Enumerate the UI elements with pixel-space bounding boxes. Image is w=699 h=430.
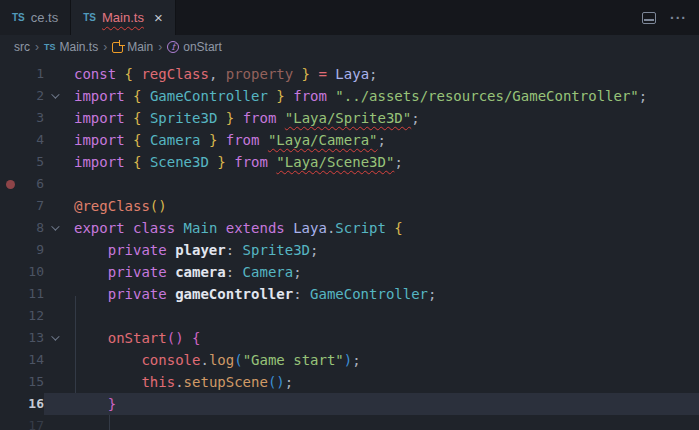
code-token: export [74, 220, 133, 236]
code-token: player [175, 242, 226, 258]
code-token: ; [411, 110, 419, 126]
more-actions-icon[interactable]: ··· [670, 10, 687, 26]
gutter[interactable]: 16 [0, 393, 64, 415]
code-editor[interactable]: 1const { regClass, property } = Laya;2im… [0, 59, 699, 430]
gutter[interactable]: 12 [0, 305, 64, 327]
gutter[interactable]: 8 [0, 217, 64, 239]
gutter[interactable]: 2 [0, 85, 64, 107]
code-line[interactable]: 10 private camera: Camera; [0, 261, 699, 283]
code-line[interactable]: 11 private gameController: GameControlle… [0, 283, 699, 305]
code-token [285, 88, 293, 104]
code-line[interactable]: 9 private player: Sprite3D; [0, 239, 699, 261]
line-number: 12 [20, 305, 44, 327]
code-text: import { Sprite3D } from "Laya/Sprite3D"… [64, 107, 699, 129]
code-token: GameController [310, 286, 428, 302]
gutter[interactable]: 3 [0, 107, 64, 129]
code-token: : [226, 264, 243, 280]
code-line[interactable]: 16 } [0, 393, 699, 415]
code-token [226, 154, 234, 170]
code-text: import { Scene3D } from "Laya/Scene3D"; [64, 151, 699, 173]
gutter[interactable]: 1 [0, 63, 64, 85]
code-token: { [192, 330, 200, 346]
code-token: Laya [335, 66, 369, 82]
code-token [234, 110, 242, 126]
code-text: private gameController: GameController; [64, 283, 699, 305]
close-icon[interactable]: × [154, 10, 163, 25]
breakpoint-icon[interactable] [0, 180, 20, 189]
editor-actions: ··· [642, 0, 699, 35]
gutter[interactable]: 11 [0, 283, 64, 305]
code-line[interactable]: 8export class Main extends Laya.Script { [0, 217, 699, 239]
typescript-file-icon: TS [12, 12, 25, 23]
typescript-file-icon: TS [44, 42, 56, 52]
gutter[interactable]: 10 [0, 261, 64, 283]
code-token: from [234, 154, 276, 170]
tab-main-ts[interactable]: TS Main.ts × [71, 0, 175, 35]
code-line[interactable]: 12 [0, 305, 699, 327]
code-token: ) [344, 352, 352, 368]
gutter[interactable]: 6 [0, 173, 64, 195]
code-line[interactable]: 1const { regClass, property } = Laya; [0, 63, 699, 85]
code-token: "Laya/Scene3D" [276, 154, 394, 170]
gutter[interactable]: 13 [0, 327, 64, 349]
code-token: ; [394, 154, 402, 170]
code-token: () [268, 374, 285, 390]
gutter[interactable]: 5 [0, 151, 64, 173]
code-token: setupScene [184, 374, 268, 390]
code-token: import [74, 154, 133, 170]
code-token: extends [226, 220, 293, 236]
gutter[interactable]: 17 [0, 415, 64, 430]
code-token: this [141, 374, 175, 390]
gutter[interactable]: 15 [0, 371, 64, 393]
code-line[interactable]: 17 [0, 415, 699, 430]
split-editor-icon[interactable] [642, 12, 656, 24]
line-number: 1 [20, 63, 44, 85]
code-line[interactable]: 3import { Sprite3D } from "Laya/Sprite3D… [0, 107, 699, 129]
code-token: Sprite3D [243, 242, 310, 258]
breadcrumb-item-method[interactable]: f onStart [167, 40, 222, 54]
code-token: } [217, 154, 225, 170]
code-token: () [150, 198, 167, 214]
code-text: this.setupScene(); [64, 371, 699, 393]
chevron-right-icon: › [35, 40, 39, 54]
gutter[interactable]: 14 [0, 349, 64, 371]
gutter[interactable]: 7 [0, 195, 64, 217]
code-token: ; [369, 66, 377, 82]
code-line[interactable]: 13 onStart() { [0, 327, 699, 349]
code-token: Camera [150, 132, 201, 148]
line-number: 5 [20, 151, 44, 173]
code-line[interactable]: 4import { Camera } from "Laya/Camera"; [0, 129, 699, 151]
code-token: ; [428, 286, 436, 302]
code-token: onStart [108, 330, 167, 346]
code-line[interactable]: 14 console.log("Game start"); [0, 349, 699, 371]
code-token: ; [639, 88, 647, 104]
code-line[interactable]: 7@regClass() [0, 195, 699, 217]
code-text [64, 173, 699, 195]
breadcrumb: src › TS Main.ts › Main › f onStart [0, 35, 699, 59]
breadcrumb-item-file[interactable]: TS Main.ts [44, 40, 98, 54]
code-token [184, 330, 192, 346]
code-text: } [64, 393, 699, 415]
fold-chevron-icon[interactable] [44, 217, 64, 239]
code-token: "Laya/Camera" [268, 132, 378, 148]
code-token [200, 132, 208, 148]
breadcrumb-label: Main.ts [60, 40, 99, 54]
line-number: 11 [20, 283, 44, 305]
code-token [74, 396, 108, 412]
tab-ce-ts[interactable]: TS ce.ts [0, 0, 71, 35]
code-line[interactable]: 2import { GameController } from "../asse… [0, 85, 699, 107]
breadcrumb-item-src[interactable]: src [14, 40, 30, 54]
fold-chevron-icon[interactable] [44, 85, 64, 107]
code-token: regClass [141, 66, 208, 82]
fold-chevron-icon[interactable] [44, 327, 64, 349]
code-line[interactable]: 15 this.setupScene(); [0, 371, 699, 393]
code-line[interactable]: 5import { Scene3D } from "Laya/Scene3D"; [0, 151, 699, 173]
code-token [74, 264, 108, 280]
gutter[interactable]: 9 [0, 239, 64, 261]
typescript-file-icon: TS [83, 12, 96, 23]
line-number: 4 [20, 129, 44, 151]
breadcrumb-item-class[interactable]: Main [112, 40, 153, 54]
code-line[interactable]: 6 [0, 173, 699, 195]
code-token: GameController [150, 88, 268, 104]
gutter[interactable]: 4 [0, 129, 64, 151]
